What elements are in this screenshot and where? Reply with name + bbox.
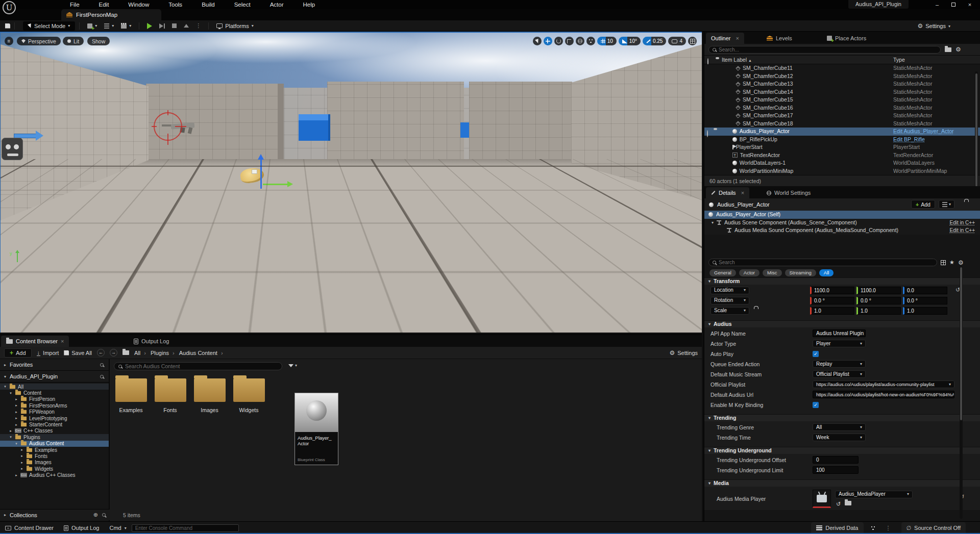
actor-type[interactable]: Edit Audius_Player_Actor [893,128,953,136]
actor-type[interactable]: Edit BP_Rifle [893,136,925,144]
expand-caret-icon[interactable] [14,403,18,408]
component-row-self[interactable]: Audius_Player_Actor (Self) [704,211,980,219]
browse-to-asset-icon[interactable] [845,501,851,505]
actor-type[interactable]: StaticMeshActor [893,72,932,81]
outliner-row[interactable]: Audius_Player_Actor Edit Audius_Player_A… [704,128,980,136]
frame-skip-button[interactable] [156,21,168,31]
more-options-icon[interactable]: ⋮ [883,525,894,531]
details-settings-icon[interactable]: ⚙ [958,260,964,266]
filter-tab[interactable]: Streaming [785,269,816,276]
save-icon[interactable] [5,23,10,29]
tree-item[interactable]: FPWeapon [0,409,109,415]
output-log-button[interactable]: Output Log [59,525,104,531]
close-icon[interactable]: × [741,190,744,196]
menu-item[interactable]: Window [118,0,159,9]
tree-item[interactable]: Content [0,390,109,396]
outliner-row[interactable]: SM_ChamferCube16 StaticMeshActor [704,104,980,112]
section-media[interactable]: ▾Media [704,479,980,487]
expand-caret-icon[interactable] [9,429,13,433]
filter-tab[interactable]: All [819,269,834,276]
outliner-row[interactable]: SM_ChamferCube17 StaticMeshActor [704,112,980,120]
move-tool-button[interactable] [544,37,552,45]
music-stream-dropdown[interactable]: Official Playlist▾ [813,370,866,378]
source-control-button[interactable]: ∅ Source Control Off [901,522,966,533]
blue-cube-mesh[interactable] [299,114,330,141]
lit-dropdown[interactable]: Lit [63,37,84,45]
add-collection-icon[interactable]: ⊕ [93,512,98,518]
details-search-input[interactable]: Search [708,259,937,266]
collections-header[interactable]: ▸ Collections ⊕ [0,509,110,520]
forward-button[interactable]: → [110,349,117,357]
menu-item[interactable]: Build [192,0,225,9]
tree-item[interactable]: All [0,384,109,390]
grid-snap-control[interactable]: 10 [597,37,617,45]
outliner-row[interactable]: WorldPartitionMiniMap WorldPartitionMini… [704,167,980,175]
tree-item[interactable]: LevelPrototyping [0,415,109,421]
display-options-icon[interactable] [941,260,946,265]
favorites-star-icon[interactable]: ★ [949,259,954,266]
menu-item[interactable]: Select [225,0,260,9]
tab-outliner[interactable]: Outliner × [706,33,744,44]
outliner-row[interactable]: SM_ChamferCube12 StaticMeshActor [704,72,980,81]
tree-item[interactable]: FirstPersonArms [0,402,109,409]
asset-search-input[interactable]: Search Audius Content [114,362,282,370]
menu-item[interactable]: Edit [89,0,119,9]
actor-type[interactable]: StaticMeshActor [893,88,932,96]
close-icon[interactable]: × [61,338,64,344]
transform-axis-dropdown[interactable]: Rotation▾ [710,297,749,304]
world-local-toggle[interactable] [576,37,584,45]
expand-caret-icon[interactable] [14,423,18,427]
transform-x-field[interactable]: 1100.0 [810,287,854,294]
outliner-settings-icon[interactable]: ⚙ [955,46,961,53]
outliner-row[interactable]: SM_ChamferCube18 StaticMeshActor [704,120,980,128]
menu-item[interactable]: Help [293,0,325,9]
tree-item[interactable]: Audius Content [0,441,109,447]
favorites-header[interactable]: ▸ Favorites [0,359,109,371]
back-button[interactable]: ← [97,349,105,357]
cb-settings-dropdown[interactable]: ⚙ Settings [669,350,698,356]
breadcrumb-item[interactable]: All [134,350,150,356]
save-all-button[interactable]: Save All [64,350,92,356]
expand-caret-icon[interactable] [14,410,18,414]
section-trending[interactable]: ▾Trending [704,414,980,421]
plugin-root-header[interactable]: ▾ Audius_API_Plugin [0,371,109,383]
outliner-row[interactable]: SM_ChamferCube14 StaticMeshActor [704,88,980,96]
cmd-dropdown[interactable]: Cmd ▾ [104,525,131,531]
transform-axis-dropdown[interactable]: Scale▾ [710,307,749,315]
actor-type[interactable]: PlayerStart [893,143,920,151]
derived-data-button[interactable]: Derived Data [811,522,863,533]
actor-type-dropdown[interactable]: Player▾ [813,340,866,347]
filter-tab[interactable]: Misc [763,269,782,276]
tu-limit-field[interactable]: 100 [813,466,859,474]
scale-snap-control[interactable]: 0.25 [643,37,666,45]
api-app-name-field[interactable]: Audius Unreal Plugin [813,329,866,337]
search-icon[interactable] [102,513,106,517]
insights-icon[interactable] [871,526,875,530]
surface-snap-button[interactable] [586,37,595,45]
expand-caret-icon[interactable] [3,385,7,389]
expand-caret-icon[interactable] [9,435,13,439]
tab-level[interactable]: FirstPersonMap [61,9,161,20]
item-label-column[interactable]: Item Label ▲ [722,57,752,63]
type-column[interactable]: Type [893,57,905,63]
tree-item[interactable]: StarterContent [0,421,109,427]
trending-genre-dropdown[interactable]: All▾ [813,423,866,431]
transform-y-field[interactable]: 1.0 [856,307,901,315]
console-command-input[interactable]: Enter Console Command [132,524,239,532]
folder-tile[interactable]: Images [193,378,226,413]
show-dropdown[interactable]: Show [87,37,110,45]
breadcrumb-item[interactable]: Plugins [151,350,178,356]
actor-type[interactable]: TextRenderActor [893,151,933,160]
transform-y-field[interactable]: 0.0 ° [856,297,901,304]
m-key-binding-checkbox[interactable]: ✓ [813,402,819,408]
tab-place-actors[interactable]: Place Actors [822,33,871,44]
tree-item[interactable]: Widgets [0,466,109,472]
component-row-scene[interactable]: ▾ Audius Scene Component (Audius_Scene_C… [704,219,980,227]
camera-speed-control[interactable]: 4 [668,37,686,45]
close-icon[interactable]: × [736,35,739,41]
tab-world-settings[interactable]: World Settings [762,187,816,198]
asset-tile-selected[interactable]: Audius_Player_ Actor Blueprint Class [295,393,338,465]
component-row-media-sound[interactable]: Audius Media Sound Component (Audius_Med… [704,226,980,235]
search-icon[interactable] [100,363,104,367]
use-selected-icon[interactable]: ↺ [836,501,841,507]
